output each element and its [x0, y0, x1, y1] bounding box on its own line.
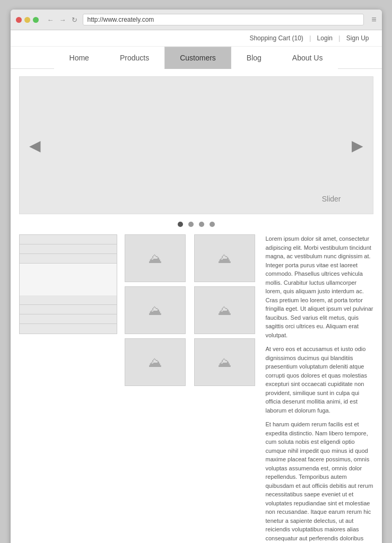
image-placeholder-5: ⛰ [125, 338, 186, 386]
image-icon-3: ⛰ [148, 302, 162, 319]
image-placeholder-1: ⛰ [125, 234, 186, 282]
separator-1: | [309, 34, 311, 42]
image-placeholder-2: ⛰ [194, 234, 255, 282]
paragraph-3: Et harum quidem rerum facilis est et exp… [266, 420, 373, 543]
browser-window: ← → ↻ http://www.creately.com ≡ Shopping… [11, 10, 382, 543]
image-icon-5: ⛰ [148, 354, 162, 371]
left-box [19, 234, 117, 334]
left-box-line-4 [20, 295, 117, 305]
paragraph-1: Lorem ipsum dolor sit amet, consectetur … [266, 234, 373, 339]
back-button[interactable]: ← [46, 16, 55, 24]
slider-prev-button[interactable]: ◀ [20, 137, 50, 154]
image-column-1: ⛰ ⛰ ⛰ [125, 234, 186, 543]
signup-link[interactable]: Sign Up [346, 34, 369, 42]
slider-dot-3[interactable] [199, 222, 204, 227]
forward-button[interactable]: → [58, 16, 67, 24]
paragraph-2: At vero eos et accusamus et iusto odio d… [266, 345, 373, 415]
left-box-line-3 [20, 254, 117, 264]
image-placeholder-3: ⛰ [125, 286, 186, 334]
slider-dot-4[interactable] [210, 222, 215, 227]
maximize-button[interactable] [33, 17, 39, 23]
close-button[interactable] [16, 17, 22, 23]
refresh-button[interactable]: ↻ [71, 16, 79, 24]
address-bar[interactable]: http://www.creately.com [83, 14, 364, 25]
nav-bar: Home Products Customers Blog About Us [11, 47, 382, 69]
nav-item-blog[interactable]: Blog [231, 47, 277, 69]
slider-dot-1[interactable] [178, 222, 183, 227]
image-icon-6: ⛰ [217, 354, 231, 371]
slider-next-button[interactable]: ▶ [342, 137, 373, 154]
left-box-line-5 [20, 305, 117, 314]
left-box-line-6 [20, 314, 117, 324]
browser-nav: ← → ↻ [46, 16, 79, 24]
minimize-button[interactable] [24, 17, 30, 23]
slider-section: ◀ Slider ▶ [19, 76, 373, 214]
left-box-line-2 [20, 244, 117, 254]
nav-item-about[interactable]: About Us [277, 47, 338, 69]
image-icon-1: ⛰ [148, 250, 162, 267]
main-content: ⛰ ⛰ ⛰ ⛰ ⛰ ⛰ [11, 234, 382, 543]
utility-bar: Shopping Cart (10) | Login | Sign Up [11, 30, 382, 47]
left-box-line-1 [20, 235, 117, 244]
page-content: Shopping Cart (10) | Login | Sign Up Hom… [11, 30, 382, 543]
slider-dots [11, 222, 382, 227]
separator-2: | [338, 34, 340, 42]
nav-item-customers[interactable]: Customers [164, 47, 231, 69]
slider-label: Slider [322, 195, 341, 203]
left-box-line-7 [20, 324, 117, 334]
shopping-cart-link[interactable]: Shopping Cart (10) [249, 34, 303, 42]
image-placeholder-6: ⛰ [194, 338, 255, 386]
image-column-2: ⛰ ⛰ ⛰ [194, 234, 255, 543]
image-icon-2: ⛰ [217, 250, 231, 267]
image-icon-4: ⛰ [217, 302, 231, 319]
nav-item-products[interactable]: Products [104, 47, 164, 69]
slider-dot-2[interactable] [188, 222, 194, 227]
text-content: Lorem ipsum dolor sit amet, consectetur … [266, 234, 373, 543]
traffic-lights [16, 17, 39, 23]
browser-titlebar: ← → ↻ http://www.creately.com ≡ [11, 10, 382, 30]
login-link[interactable]: Login [317, 34, 333, 42]
nav-item-home[interactable]: Home [54, 47, 104, 69]
left-sidebar [19, 234, 117, 543]
browser-menu-icon[interactable]: ≡ [371, 15, 376, 24]
image-placeholder-4: ⛰ [194, 286, 255, 334]
left-box-spacer [20, 264, 117, 295]
image-grid: ⛰ ⛰ ⛰ ⛰ ⛰ ⛰ [125, 234, 259, 543]
